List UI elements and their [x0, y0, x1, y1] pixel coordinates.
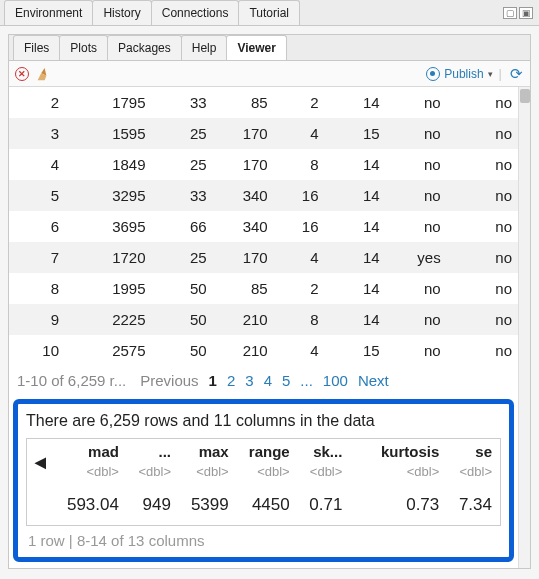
pager: 1-10 of 6,259 r... Previous 1 2 3 4 5 ..… [9, 366, 518, 395]
summary-col-type [350, 464, 367, 485]
pager-ellipsis: ... [300, 372, 313, 389]
tab-viewer[interactable]: Viewer [226, 35, 286, 60]
refresh-icon[interactable]: ⟳ [508, 66, 524, 82]
publish-icon [426, 67, 440, 81]
table-cell: no [447, 273, 518, 304]
summary-col-header: se [447, 439, 500, 465]
pane-controls: ▢ ▣ [503, 7, 539, 19]
table-cell: 1795 [65, 87, 152, 118]
tab-plots[interactable]: Plots [59, 35, 108, 60]
inner-tabbar: Files Plots Packages Help Viewer [9, 35, 530, 61]
table-cell: 14 [325, 87, 386, 118]
vertical-scrollbar[interactable] [518, 87, 530, 568]
table-cell: 6 [9, 211, 65, 242]
summary-col-type: <dbl> [179, 464, 237, 485]
table-row: 9222550210814nono [9, 304, 518, 335]
tab-history[interactable]: History [92, 0, 151, 25]
remove-viewer-icon[interactable]: ✕ [15, 67, 29, 81]
table-cell: 33 [152, 87, 213, 118]
table-row: 10257550210415nono [9, 335, 518, 366]
table-cell: no [447, 242, 518, 273]
pager-page-1[interactable]: 1 [209, 372, 217, 389]
data-table: 217953385214nono3159525170415nono4184925… [9, 87, 518, 366]
summary-value [350, 485, 367, 526]
summary-col-header [350, 439, 367, 465]
pager-page-4[interactable]: 4 [264, 372, 272, 389]
table-cell: yes [386, 242, 447, 273]
table-row: 217953385214nono [9, 87, 518, 118]
table-cell: no [386, 87, 447, 118]
table-cell: 2 [274, 87, 325, 118]
table-cell: no [447, 180, 518, 211]
viewer-toolbar: ✕ Publish ▾ | ⟳ [9, 61, 530, 87]
table-cell: 66 [152, 211, 213, 242]
table-cell: 210 [213, 304, 274, 335]
table-cell: 7 [9, 242, 65, 273]
tab-connections[interactable]: Connections [151, 0, 240, 25]
summary-col-type: <dbl> [237, 464, 298, 485]
table-cell: 25 [152, 149, 213, 180]
pager-next[interactable]: Next [358, 372, 389, 389]
table-cell: 1849 [65, 149, 152, 180]
scroll-thumb[interactable] [520, 89, 530, 103]
table-cell: 340 [213, 211, 274, 242]
table-cell: 8 [274, 304, 325, 335]
summary-col-type: <dbl> [368, 464, 448, 485]
pager-page-2[interactable]: 2 [227, 372, 235, 389]
summary-table: ◀ mad...maxrangesk...kurtosisse <dbl><db… [26, 438, 501, 526]
scroll-left-icon[interactable]: ◀ [27, 439, 55, 486]
table-cell: 50 [152, 304, 213, 335]
summary-col-type: <dbl> [127, 464, 179, 485]
clear-viewer-icon[interactable] [35, 67, 49, 81]
table-row: 819955085214nono [9, 273, 518, 304]
table-cell: 170 [213, 149, 274, 180]
publish-button[interactable]: Publish ▾ [426, 67, 492, 81]
table-cell: 1720 [65, 242, 152, 273]
table-row: 7172025170414yesno [9, 242, 518, 273]
table-cell: 14 [325, 180, 386, 211]
table-cell: no [386, 335, 447, 366]
table-cell: no [447, 211, 518, 242]
pager-page-3[interactable]: 3 [245, 372, 253, 389]
table-cell: 85 [213, 87, 274, 118]
summary-col-type: <dbl> [54, 464, 127, 485]
table-row: 53295333401614nono [9, 180, 518, 211]
summary-value: 4450 [237, 485, 298, 526]
summary-value: 593.04 [54, 485, 127, 526]
table-cell: 340 [213, 180, 274, 211]
summary-col-header: ... [127, 439, 179, 465]
minimize-pane-icon[interactable]: ▢ [503, 7, 517, 19]
table-cell: no [386, 118, 447, 149]
tab-files[interactable]: Files [13, 35, 60, 60]
pager-previous[interactable]: Previous [140, 372, 198, 389]
table-cell: 8 [274, 149, 325, 180]
table-cell: 16 [274, 180, 325, 211]
table-cell: 4 [9, 149, 65, 180]
table-row: 63695663401614nono [9, 211, 518, 242]
tab-help[interactable]: Help [181, 35, 228, 60]
table-cell: 8 [9, 273, 65, 304]
summary-value: 5399 [179, 485, 237, 526]
maximize-pane-icon[interactable]: ▣ [519, 7, 533, 19]
tab-tutorial[interactable]: Tutorial [238, 0, 300, 25]
pager-page-last[interactable]: 100 [323, 372, 348, 389]
summary-value: 0.71 [298, 485, 351, 526]
table-cell: 14 [325, 304, 386, 335]
table-cell: 50 [152, 335, 213, 366]
table-cell: 4 [274, 118, 325, 149]
table-cell: 15 [325, 335, 386, 366]
table-cell: 1595 [65, 118, 152, 149]
tab-packages[interactable]: Packages [107, 35, 182, 60]
table-cell: 3295 [65, 180, 152, 211]
pager-page-5[interactable]: 5 [282, 372, 290, 389]
summary-highlight: There are 6,259 rows and 11 columns in t… [13, 399, 514, 562]
summary-col-header: range [237, 439, 298, 465]
viewer-panel: Files Plots Packages Help Viewer ✕ Publi… [8, 34, 531, 569]
summary-value: 949 [127, 485, 179, 526]
tab-environment[interactable]: Environment [4, 0, 93, 25]
publish-label: Publish [444, 67, 483, 81]
summary-col-header: max [179, 439, 237, 465]
table-cell: no [447, 304, 518, 335]
table-cell: 4 [274, 242, 325, 273]
table-cell: 3 [9, 118, 65, 149]
